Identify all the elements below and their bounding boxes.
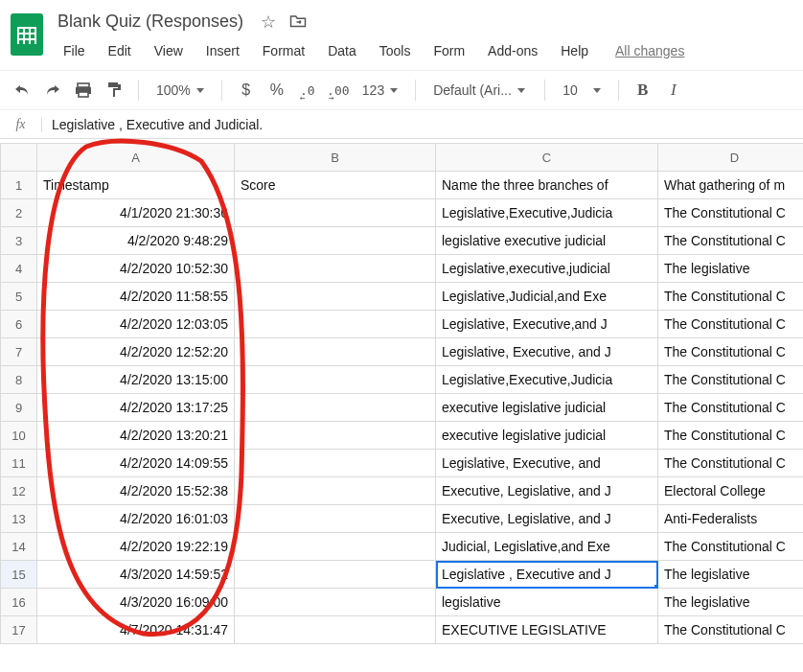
format-currency-button[interactable]: $	[234, 77, 259, 104]
row-header[interactable]: 7	[1, 338, 37, 366]
bold-button[interactable]: B	[631, 77, 655, 104]
cell[interactable]: Legislative, Executive, and J	[436, 338, 658, 366]
cell[interactable]: 4/2/2020 14:09:55	[37, 450, 235, 477]
cell[interactable]	[235, 338, 436, 366]
cell[interactable]: 4/2/2020 19:22:19	[37, 533, 235, 561]
cell[interactable]	[235, 477, 436, 505]
cell[interactable]: Judicial, Legislative,and Exe	[436, 533, 658, 561]
menu-help[interactable]: Help	[551, 39, 598, 62]
cell[interactable]: Executive, Legislative, and J	[436, 505, 658, 533]
col-header-B[interactable]: B	[235, 144, 436, 172]
cell[interactable]	[235, 561, 436, 589]
row-header[interactable]: 3	[1, 227, 37, 255]
cell[interactable]: The Constitutional C	[658, 422, 804, 450]
cell[interactable]: Anti-Federalists	[658, 505, 804, 533]
cell[interactable]: 4/2/2020 12:03:05	[37, 311, 235, 338]
cell[interactable]: The Constitutional C	[658, 366, 804, 394]
cell[interactable]	[235, 533, 436, 561]
italic-button[interactable]: I	[661, 77, 686, 104]
paint-format-button[interactable]	[102, 77, 126, 104]
cell[interactable]: Legislative, Executive,and J	[436, 311, 658, 338]
cell[interactable]: 4/3/2020 16:09:00	[37, 589, 235, 616]
cell[interactable]: legislative executive judicial	[436, 227, 658, 255]
all-changes-link[interactable]: All changes	[615, 39, 684, 62]
cell[interactable]: 4/2/2020 9:48:29	[37, 227, 235, 255]
row-header[interactable]: 15	[1, 561, 37, 589]
undo-button[interactable]	[10, 77, 34, 104]
col-header-C[interactable]: C	[436, 144, 658, 172]
menu-edit[interactable]: Edit	[99, 39, 141, 62]
cell[interactable]: 4/2/2020 13:15:00	[37, 366, 235, 394]
cell[interactable]: 4/2/2020 15:52:38	[37, 477, 235, 505]
cell[interactable]: Name the three branches of	[436, 172, 658, 199]
decrease-decimal-button[interactable]: .0←	[295, 77, 320, 104]
cell[interactable]: EXECUTIVE LEGISLATIVE	[436, 616, 658, 644]
cell[interactable]	[235, 227, 436, 255]
cell[interactable]: What gathering of m	[658, 172, 804, 199]
cell[interactable]: 4/2/2020 11:58:55	[37, 283, 235, 311]
increase-decimal-button[interactable]: .00→	[326, 77, 351, 104]
menu-tools[interactable]: Tools	[370, 39, 421, 62]
cell[interactable]	[235, 255, 436, 283]
menu-insert[interactable]: Insert	[196, 39, 249, 62]
cell[interactable]: The Constitutional C	[658, 533, 804, 561]
cell[interactable]	[235, 311, 436, 338]
row-header[interactable]: 4	[1, 255, 37, 283]
cell[interactable]: 4/2/2020 16:01:03	[37, 505, 235, 533]
cell[interactable]: The Constitutional C	[658, 450, 804, 477]
cell[interactable]: 4/2/2020 13:17:25	[37, 394, 235, 422]
cell[interactable]: 4/3/2020 14:59:52	[37, 561, 235, 589]
row-header[interactable]: 1	[1, 172, 37, 199]
menu-format[interactable]: Format	[253, 39, 314, 62]
row-header[interactable]: 12	[1, 477, 37, 505]
cell[interactable]	[235, 450, 436, 477]
cell[interactable]: The Constitutional C	[658, 227, 804, 255]
cell[interactable]	[235, 394, 436, 422]
zoom-select[interactable]: 100%	[150, 77, 210, 104]
row-header[interactable]: 16	[1, 589, 37, 616]
cell[interactable]: The Constitutional C	[658, 338, 804, 366]
cell[interactable]: The Constitutional C	[658, 311, 804, 338]
menu-data[interactable]: Data	[318, 39, 366, 62]
row-header[interactable]: 9	[1, 394, 37, 422]
row-header[interactable]: 13	[1, 505, 37, 533]
cell[interactable]: The legislative	[658, 561, 804, 589]
formula-input[interactable]	[42, 117, 803, 132]
font-family-select[interactable]: Default (Ari...	[427, 77, 533, 104]
cell[interactable]: 4/7/2020 14:31:47	[37, 616, 235, 644]
move-icon[interactable]	[289, 13, 307, 30]
sheets-logo[interactable]	[8, 8, 46, 58]
cell[interactable]: legislative	[436, 589, 658, 616]
row-header[interactable]: 11	[1, 450, 37, 477]
cell[interactable]: 4/2/2020 13:20:21	[37, 422, 235, 450]
row-header[interactable]: 10	[1, 422, 37, 450]
row-header[interactable]: 6	[1, 311, 37, 338]
document-title[interactable]: Blank Quiz (Responses)	[54, 10, 247, 34]
cell[interactable]: Timestamp	[37, 172, 235, 199]
cell[interactable]: The Constitutional C	[658, 616, 804, 644]
star-icon[interactable]: ☆	[261, 13, 276, 31]
select-all-corner[interactable]	[1, 144, 37, 172]
redo-button[interactable]	[40, 77, 65, 104]
cell[interactable]: Legislative , Executive and J	[436, 561, 658, 589]
cell[interactable]	[235, 616, 436, 644]
format-percent-button[interactable]: %	[264, 77, 289, 104]
cell[interactable]: The Constitutional C	[658, 199, 804, 227]
cell[interactable]: Legislative,Executive,Judicia	[436, 199, 658, 227]
cell[interactable]: Executive, Legislative, and J	[436, 477, 658, 505]
cell[interactable]: Legislative,Executive,Judicia	[436, 366, 658, 394]
cell[interactable]: Legislative,Judicial,and Exe	[436, 283, 658, 311]
cell[interactable]	[235, 283, 436, 311]
font-size-select[interactable]: 10	[557, 77, 607, 104]
col-header-D[interactable]: D	[658, 144, 804, 172]
row-header[interactable]: 2	[1, 199, 37, 227]
cell[interactable]: Score	[235, 172, 436, 199]
cell[interactable]: 4/2/2020 10:52:30	[37, 255, 235, 283]
cell[interactable]: The legislative	[658, 589, 804, 616]
number-format-select[interactable]: 123	[356, 77, 403, 104]
cell[interactable]: The Constitutional C	[658, 394, 804, 422]
row-header[interactable]: 14	[1, 533, 37, 561]
row-header[interactable]: 17	[1, 616, 37, 644]
menu-file[interactable]: File	[54, 39, 95, 62]
cell[interactable]	[235, 422, 436, 450]
